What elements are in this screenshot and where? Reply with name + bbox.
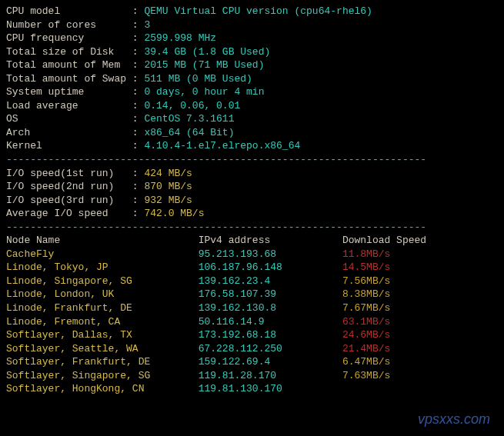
node-ip: 139.162.130.8 (199, 302, 342, 314)
colon: : (132, 5, 145, 17)
io-label: Average I/O speed (6, 208, 132, 219)
colon: : (132, 100, 145, 111)
colon: : (132, 86, 145, 98)
node-ip: 173.192.68.18 (199, 329, 342, 341)
sysinfo-value: 2015 MB (71 MB Used) (144, 59, 264, 71)
colon: : (132, 59, 145, 71)
download-speed: 7.63MB/s (342, 370, 390, 381)
io-value: 932 MB/s (144, 195, 192, 206)
node-ip: 106.187.96.148 (199, 261, 342, 273)
sysinfo-label: System uptime (6, 86, 132, 98)
sysinfo-label: Total amount of Swap (6, 73, 132, 85)
sysinfo-label: CPU model (6, 5, 132, 17)
watermark: vpsxxs.com (418, 410, 490, 428)
sysinfo-label: OS (6, 113, 132, 125)
sysinfo-label: Arch (6, 127, 132, 138)
node-name: Softlayer, HongKong, CN (6, 383, 199, 394)
node-ip: 139.162.23.4 (199, 275, 342, 287)
node-name: Linode, Tokyo, JP (6, 261, 199, 273)
node-ip: 95.213.193.68 (199, 248, 342, 260)
sysinfo-label: Total size of Disk (6, 46, 132, 58)
node-name: Softlayer, Seattle, WA (6, 343, 199, 354)
col-download: Download Speed (342, 235, 426, 246)
io-value: 424 MB/s (144, 168, 192, 179)
node-name: Softlayer, Singapore, SG (6, 370, 199, 381)
io-label: I/O speed(3rd run) (6, 195, 132, 206)
node-name: Linode, London, UK (6, 288, 199, 300)
download-speed: 14.5MB/s (342, 261, 390, 273)
download-speed: 11.8MB/s (342, 248, 390, 260)
node-name: Softlayer, Frankfurt, DE (6, 356, 199, 368)
download-speed: 8.38MB/s (342, 288, 390, 300)
node-name: Softlayer, Dallas, TX (6, 329, 199, 341)
download-speed: 7.56MB/s (342, 275, 390, 287)
divider: ----------------------------------------… (6, 221, 426, 233)
sysinfo-value: CentOS 7.3.1611 (144, 113, 234, 125)
download-speed: 6.47MB/s (342, 356, 390, 368)
node-name: Linode, Frankfurt, DE (6, 302, 199, 314)
colon: : (132, 140, 145, 151)
sysinfo-value: 39.4 GB (1.8 GB Used) (144, 46, 270, 58)
col-node: Node Name (6, 235, 199, 246)
sysinfo-value: 0 days, 0 hour 4 min (144, 86, 264, 98)
sysinfo-label: CPU frequency (6, 32, 132, 44)
node-name: Linode, Fremont, CA (6, 316, 199, 328)
divider: ----------------------------------------… (6, 154, 426, 165)
node-ip: 50.116.14.9 (199, 316, 342, 328)
sysinfo-value: QEMU Virtual CPU version (cpu64-rhel6) (144, 5, 372, 17)
col-ip: IPv4 address (199, 235, 342, 246)
sysinfo-value: 0.14, 0.06, 0.01 (144, 100, 240, 111)
download-speed: 7.67MB/s (342, 302, 390, 314)
sysinfo-value: 4.10.4-1.el7.elrepo.x86_64 (144, 140, 300, 151)
download-speed: 63.1MB/s (342, 316, 390, 328)
colon: : (132, 208, 145, 219)
node-ip: 67.228.112.250 (199, 343, 342, 354)
colon: : (132, 181, 145, 192)
node-name: Linode, Singapore, SG (6, 275, 199, 287)
colon: : (132, 73, 145, 85)
sysinfo-label: Load average (6, 100, 132, 111)
download-speed: 24.6MB/s (342, 329, 390, 341)
io-label: I/O speed(2nd run) (6, 181, 132, 192)
node-ip: 159.122.69.4 (199, 356, 342, 368)
colon: : (132, 46, 145, 58)
node-ip: 119.81.28.170 (199, 370, 342, 381)
node-ip: 176.58.107.39 (199, 288, 342, 300)
node-name: CacheFly (6, 248, 199, 260)
io-value: 742.0 MB/s (144, 208, 204, 219)
colon: : (132, 168, 145, 179)
colon: : (132, 127, 145, 138)
colon: : (132, 113, 145, 125)
io-value: 870 MB/s (144, 181, 192, 192)
io-label: I/O speed(1st run) (6, 168, 132, 179)
sysinfo-value: x86_64 (64 Bit) (144, 127, 234, 138)
sysinfo-label: Total amount of Mem (6, 59, 132, 71)
colon: : (132, 195, 145, 206)
colon: : (132, 32, 145, 44)
colon: : (132, 19, 145, 31)
sysinfo-value: 2599.998 MHz (144, 32, 216, 44)
sysinfo-value: 3 (144, 19, 150, 31)
sysinfo-label: Number of cores (6, 19, 132, 31)
sysinfo-value: 511 MB (0 MB Used) (144, 73, 252, 85)
sysinfo-label: Kernel (6, 140, 132, 151)
node-ip: 119.81.130.170 (199, 383, 342, 394)
download-speed: 21.4MB/s (342, 343, 390, 354)
